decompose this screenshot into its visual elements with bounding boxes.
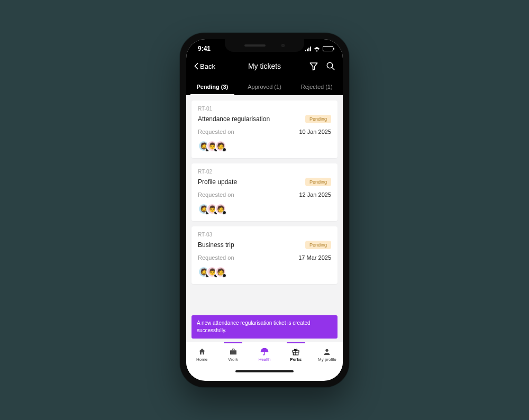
home-icon [198,348,206,356]
nav-label: Work [229,357,239,362]
status-icons [305,46,333,51]
clock-icon [222,211,226,215]
profile-icon [323,348,331,356]
back-label: Back [200,62,215,70]
requested-label: Requested on [198,129,234,135]
assignee-avatars: 🧔 👨 🧑 [198,140,331,152]
status-badge: Pending [305,241,331,249]
avatar: 🧑 [215,203,226,215]
ticket-card[interactable]: RT-03 Business trip Pending Requested on… [191,226,338,284]
nav-home[interactable]: Home [186,345,217,362]
front-camera [281,44,285,47]
requested-date: 12 Jan 2025 [299,191,331,198]
tab-rejected[interactable]: Rejected (1) [290,84,343,95]
status-badge: Pending [305,178,331,186]
requested-date: 10 Jan 2025 [299,129,331,135]
page-title: My tickets [225,62,304,70]
svg-marker-0 [310,63,317,70]
svg-point-7 [326,349,329,352]
svg-line-2 [332,67,334,70]
tab-pending[interactable]: Pending (3) [186,84,239,95]
ticket-title: Business trip [198,241,234,249]
nav-work[interactable]: Work [217,345,249,362]
page-header: Back My tickets [186,58,343,76]
clock-icon [222,273,226,278]
avatar: 🧑 [215,266,226,278]
bottom-nav: Home Work Health Perks [186,342,343,376]
assignee-avatars: 🧔 👨 🧑 [198,266,331,278]
phone-notch [225,39,304,52]
ticket-id: RT-02 [198,169,331,175]
ticket-title: Attendance regularisation [198,115,270,123]
assignee-avatars: 🧔 👨 🧑 [198,203,331,215]
svg-rect-3 [230,350,236,354]
ticket-card[interactable]: RT-01 Attendance regularisation Pending … [191,101,338,158]
status-badge: Pending [305,115,331,123]
nav-profile[interactable]: My profile [312,345,343,362]
ticket-title: Profile update [198,178,237,186]
search-icon[interactable] [326,61,335,71]
chevron-left-icon [194,62,199,70]
nav-perks[interactable]: Perks [280,345,312,362]
filter-icon[interactable] [309,61,318,71]
status-time: 9:41 [198,45,211,52]
wifi-icon [313,46,321,51]
clock-icon [222,148,226,152]
nav-label: Health [258,357,270,362]
nav-label: My profile [318,357,336,362]
nav-health[interactable]: Health [249,345,280,362]
ticket-id: RT-01 [198,106,331,112]
phone-screen: 9:41 Back My tickets [186,39,343,381]
tabs: Pending (3) Approved (1) Rejected (1) [186,76,343,95]
tab-approved[interactable]: Approved (1) [239,84,291,95]
avatar: 🧑 [215,140,226,152]
briefcase-icon [229,348,238,356]
gift-icon [291,348,300,356]
battery-icon [323,46,333,51]
home-indicator [235,370,294,372]
ticket-id: RT-03 [198,232,331,238]
requested-label: Requested on [198,191,234,198]
requested-label: Requested on [198,254,234,261]
ticket-card[interactable]: RT-02 Profile update Pending Requested o… [191,163,338,221]
nav-label: Home [196,357,207,362]
cellular-icon [305,46,311,51]
nav-label: Perks [290,357,302,362]
phone-frame: 9:41 Back My tickets [180,33,349,387]
ticket-list: RT-01 Attendance regularisation Pending … [186,95,343,342]
requested-date: 17 Mar 2025 [298,254,331,261]
speaker [244,44,266,47]
toast-success: A new attendance regularisation ticket i… [191,315,338,339]
umbrella-icon [260,348,269,356]
